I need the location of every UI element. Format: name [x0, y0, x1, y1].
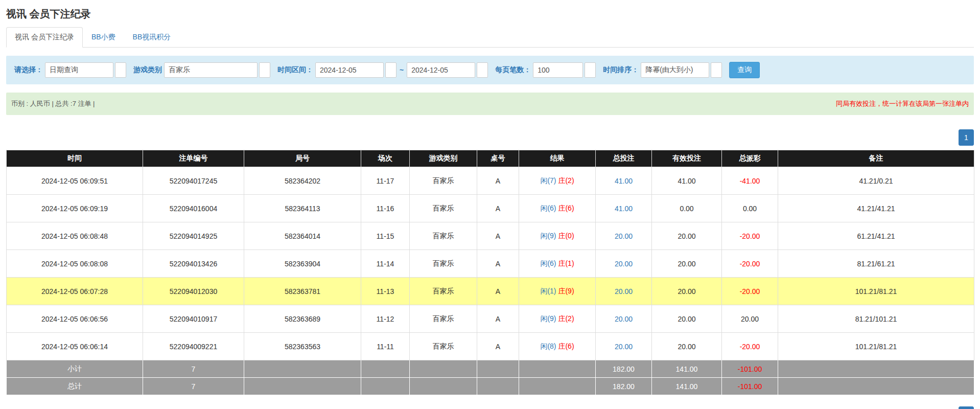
cell-round-id: 582363563 [244, 333, 361, 360]
banker-result: 庄(0) [558, 232, 574, 240]
page-1-button[interactable]: 1 [959, 129, 974, 146]
footer-empty-cell [410, 360, 477, 378]
table-row: 2024-12-05 06:09:51522094017245582364202… [7, 167, 974, 195]
cell-session: 11-13 [361, 278, 410, 305]
table-header: 时间注单编号局号场次游戏类别桌号结果总投注有效投注总派彩备注 [7, 150, 974, 167]
per-page-label: 每页笔数： [495, 65, 531, 75]
cell-result: 闲(7) 庄(2) [519, 167, 596, 195]
cell-result: 闲(6) 庄(6) [519, 195, 596, 222]
footer-payout: -101.00 [722, 378, 778, 395]
cell-note: 101.21/81.21 [778, 333, 974, 360]
tab-bb-points[interactable]: BB视讯积分 [124, 27, 180, 48]
player-result: 闲(1) [540, 287, 556, 295]
table-row: 2024-12-05 06:09:19522094016004582364113… [7, 195, 974, 222]
cell-bet-id: 522094016004 [143, 195, 244, 222]
footer-empty-cell [410, 378, 477, 395]
cell-total-bet[interactable]: 20.00 [596, 278, 652, 305]
cell-round-id: 582363904 [244, 250, 361, 278]
cell-note: 41.21/0.21 [778, 167, 974, 195]
cell-session: 11-11 [361, 333, 410, 360]
footer-empty-cell [778, 360, 974, 378]
footer-empty-cell [361, 378, 410, 395]
date-from-input[interactable] [315, 62, 384, 78]
cell-time: 2024-12-05 06:06:14 [7, 333, 143, 360]
cell-total-bet[interactable]: 41.00 [596, 195, 652, 222]
cell-payout: -41.00 [722, 167, 778, 195]
cell-round-id: 582364202 [244, 167, 361, 195]
cell-payout: 0.00 [722, 195, 778, 222]
footer-label: 总计 [7, 378, 143, 395]
footer-empty-cell [519, 360, 596, 378]
sort-dropdown-arrow[interactable] [711, 62, 722, 78]
cell-result: 闲(1) 庄(9) [519, 278, 596, 305]
tab-bb-tip[interactable]: BB小费 [83, 27, 124, 48]
cell-table: A [477, 250, 519, 278]
game-type-label: 游戏类别 [133, 65, 162, 75]
cell-payout: -20.00 [722, 250, 778, 278]
cell-total-bet[interactable]: 20.00 [596, 305, 652, 333]
search-button[interactable]: 查询 [729, 62, 760, 78]
page-title: 视讯 会员下注纪录 [6, 7, 974, 21]
sort-label: 时间排序： [603, 65, 639, 75]
footer-payout: -101.00 [722, 360, 778, 378]
game-type-input[interactable] [164, 62, 258, 78]
cell-total-bet[interactable]: 20.00 [596, 333, 652, 360]
summary-bar: 币别 : 人民币 | 总共 :7 注单 | 同局有效投注，统一计算在该局第一张注… [6, 93, 974, 115]
column-header: 场次 [361, 150, 410, 167]
table-row: 2024-12-05 06:08:48522094014925582364014… [7, 222, 974, 250]
pagination-top: 1 [6, 129, 974, 146]
footer-count: 7 [143, 378, 244, 395]
date-to-input[interactable] [407, 62, 475, 78]
sort-input[interactable] [641, 62, 709, 78]
per-page-dropdown-arrow[interactable] [585, 62, 596, 78]
cell-valid-bet: 41.00 [652, 167, 722, 195]
summary-note: 同局有效投注，统一计算在该局第一张注单内 [836, 99, 969, 108]
column-header: 桌号 [477, 150, 519, 167]
cell-valid-bet: 20.00 [652, 250, 722, 278]
column-header: 局号 [244, 150, 361, 167]
column-header: 总投注 [596, 150, 652, 167]
cell-session: 11-17 [361, 167, 410, 195]
page-1-button-bottom[interactable]: 1 [959, 406, 974, 409]
query-type-input[interactable] [45, 62, 113, 78]
cell-table: A [477, 222, 519, 250]
cell-game-type: 百家乐 [410, 222, 477, 250]
cell-total-bet[interactable]: 20.00 [596, 250, 652, 278]
footer-total-bet: 182.00 [596, 378, 652, 395]
cell-game-type: 百家乐 [410, 167, 477, 195]
query-type-label: 请选择： [14, 65, 43, 75]
player-result: 闲(8) [540, 342, 556, 350]
cell-table: A [477, 278, 519, 305]
cell-session: 11-14 [361, 250, 410, 278]
subtotal-row: 小计7182.00141.00-101.00 [7, 360, 974, 378]
cell-session: 11-15 [361, 222, 410, 250]
cell-bet-id: 522094009221 [143, 333, 244, 360]
tab-betting-records[interactable]: 视讯 会员下注纪录 [6, 27, 83, 48]
cell-bet-id: 522094014925 [143, 222, 244, 250]
cell-bet-id: 522094013426 [143, 250, 244, 278]
cell-total-bet[interactable]: 41.00 [596, 167, 652, 195]
filter-bar: 请选择： 游戏类别 时间区间： ~ 每页笔数： 时间排序： 查询 [6, 56, 974, 84]
banker-result: 庄(6) [558, 342, 574, 350]
cell-valid-bet: 20.00 [652, 222, 722, 250]
column-header: 总派彩 [722, 150, 778, 167]
tab-bar: 视讯 会员下注纪录 BB小费 BB视讯积分 [6, 27, 974, 48]
column-header: 时间 [7, 150, 143, 167]
cell-round-id: 582363689 [244, 305, 361, 333]
date-to-dropdown-arrow[interactable] [477, 62, 488, 78]
game-type-dropdown-arrow[interactable] [259, 62, 270, 78]
query-type-dropdown-arrow[interactable] [115, 62, 126, 78]
cell-result: 闲(9) 庄(0) [519, 222, 596, 250]
per-page-input[interactable] [533, 62, 583, 78]
cell-payout: -20.00 [722, 333, 778, 360]
cell-bet-id: 522094010917 [143, 305, 244, 333]
footer-empty-cell [477, 360, 519, 378]
cell-session: 11-16 [361, 195, 410, 222]
cell-total-bet[interactable]: 20.00 [596, 222, 652, 250]
column-header: 备注 [778, 150, 974, 167]
column-header: 注单编号 [143, 150, 244, 167]
cell-bet-id: 522094017245 [143, 167, 244, 195]
cell-valid-bet: 0.00 [652, 195, 722, 222]
cell-game-type: 百家乐 [410, 333, 477, 360]
date-from-dropdown-arrow[interactable] [385, 62, 396, 78]
